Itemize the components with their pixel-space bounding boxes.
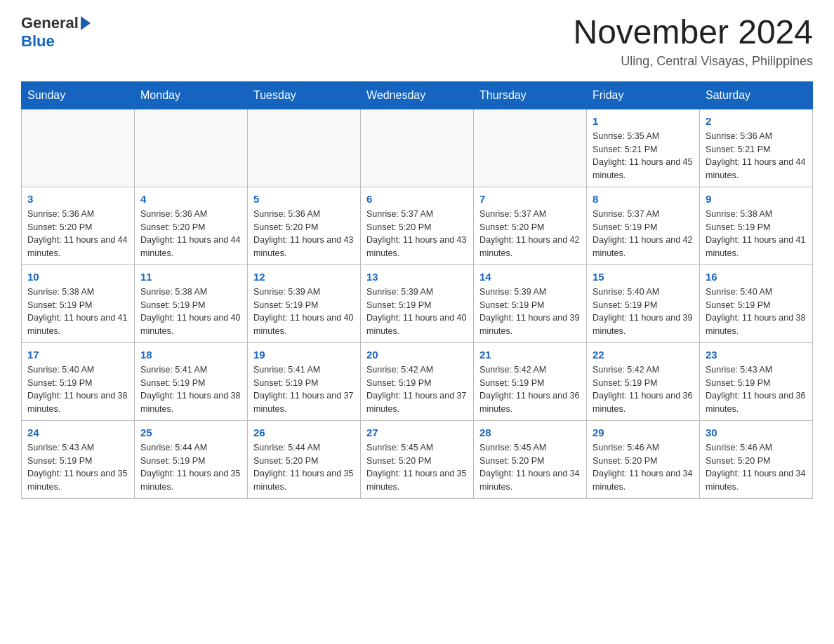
calendar-cell: 1Sunrise: 5:35 AMSunset: 5:21 PMDaylight… bbox=[587, 109, 700, 187]
calendar-header-monday: Monday bbox=[135, 81, 248, 109]
day-number: 2 bbox=[706, 115, 807, 127]
day-number: 21 bbox=[479, 349, 581, 361]
calendar-cell: 11Sunrise: 5:38 AMSunset: 5:19 PMDayligh… bbox=[135, 264, 248, 342]
calendar-cell: 15Sunrise: 5:40 AMSunset: 5:19 PMDayligh… bbox=[587, 264, 700, 342]
day-number: 24 bbox=[27, 427, 128, 438]
logo-blue-text: Blue bbox=[21, 32, 55, 51]
calendar-header-thursday: Thursday bbox=[474, 81, 587, 109]
day-info: Sunrise: 5:46 AMSunset: 5:20 PMDaylight:… bbox=[593, 441, 694, 494]
day-info: Sunrise: 5:46 AMSunset: 5:20 PMDaylight:… bbox=[706, 441, 807, 494]
day-info: Sunrise: 5:37 AMSunset: 5:20 PMDaylight:… bbox=[366, 208, 468, 260]
day-number: 12 bbox=[253, 271, 355, 283]
day-number: 28 bbox=[479, 427, 581, 438]
day-info: Sunrise: 5:39 AMSunset: 5:19 PMDaylight:… bbox=[479, 286, 581, 338]
calendar-cell: 2Sunrise: 5:36 AMSunset: 5:21 PMDaylight… bbox=[700, 109, 813, 187]
calendar-header-friday: Friday bbox=[587, 81, 700, 109]
day-info: Sunrise: 5:38 AMSunset: 5:19 PMDaylight:… bbox=[706, 208, 807, 260]
day-number: 19 bbox=[253, 349, 355, 361]
day-number: 10 bbox=[27, 271, 128, 283]
calendar-cell: 6Sunrise: 5:37 AMSunset: 5:20 PMDaylight… bbox=[361, 187, 474, 264]
calendar-cell: 20Sunrise: 5:42 AMSunset: 5:19 PMDayligh… bbox=[361, 342, 474, 420]
day-info: Sunrise: 5:36 AMSunset: 5:21 PMDaylight:… bbox=[706, 130, 807, 182]
day-info: Sunrise: 5:44 AMSunset: 5:20 PMDaylight:… bbox=[253, 441, 355, 494]
week-row-5: 24Sunrise: 5:43 AMSunset: 5:19 PMDayligh… bbox=[22, 420, 813, 498]
calendar-cell: 17Sunrise: 5:40 AMSunset: 5:19 PMDayligh… bbox=[22, 342, 135, 420]
calendar-cell bbox=[135, 109, 248, 187]
logo: General Blue bbox=[21, 14, 91, 51]
day-info: Sunrise: 5:39 AMSunset: 5:19 PMDaylight:… bbox=[253, 286, 355, 338]
day-info: Sunrise: 5:36 AMSunset: 5:20 PMDaylight:… bbox=[140, 208, 241, 260]
week-row-4: 17Sunrise: 5:40 AMSunset: 5:19 PMDayligh… bbox=[22, 342, 813, 420]
day-info: Sunrise: 5:44 AMSunset: 5:19 PMDaylight:… bbox=[140, 441, 241, 494]
day-info: Sunrise: 5:35 AMSunset: 5:21 PMDaylight:… bbox=[593, 130, 694, 182]
day-info: Sunrise: 5:41 AMSunset: 5:19 PMDaylight:… bbox=[253, 363, 355, 416]
day-number: 4 bbox=[140, 193, 241, 205]
day-number: 8 bbox=[593, 193, 694, 205]
calendar-header-wednesday: Wednesday bbox=[361, 81, 474, 109]
page-header: General Blue November 2024 Uling, Centra… bbox=[21, 14, 813, 69]
day-info: Sunrise: 5:40 AMSunset: 5:19 PMDaylight:… bbox=[593, 286, 694, 338]
calendar-cell: 14Sunrise: 5:39 AMSunset: 5:19 PMDayligh… bbox=[474, 264, 587, 342]
calendar-cell bbox=[361, 109, 474, 187]
calendar-cell: 7Sunrise: 5:37 AMSunset: 5:20 PMDaylight… bbox=[474, 187, 587, 264]
day-number: 17 bbox=[27, 349, 128, 361]
calendar-cell: 16Sunrise: 5:40 AMSunset: 5:19 PMDayligh… bbox=[700, 264, 813, 342]
location-text: Uling, Central Visayas, Philippines bbox=[573, 54, 813, 69]
day-info: Sunrise: 5:45 AMSunset: 5:20 PMDaylight:… bbox=[366, 441, 468, 494]
day-info: Sunrise: 5:40 AMSunset: 5:19 PMDaylight:… bbox=[706, 286, 807, 338]
day-number: 26 bbox=[253, 427, 355, 438]
calendar-cell: 9Sunrise: 5:38 AMSunset: 5:19 PMDaylight… bbox=[700, 187, 813, 264]
calendar-cell: 23Sunrise: 5:43 AMSunset: 5:19 PMDayligh… bbox=[700, 342, 813, 420]
calendar-cell: 19Sunrise: 5:41 AMSunset: 5:19 PMDayligh… bbox=[248, 342, 361, 420]
calendar-cell: 30Sunrise: 5:46 AMSunset: 5:20 PMDayligh… bbox=[700, 420, 813, 498]
day-info: Sunrise: 5:36 AMSunset: 5:20 PMDaylight:… bbox=[253, 208, 355, 260]
day-number: 9 bbox=[706, 193, 807, 205]
day-number: 7 bbox=[479, 193, 581, 205]
day-number: 1 bbox=[593, 115, 694, 127]
calendar-cell: 12Sunrise: 5:39 AMSunset: 5:19 PMDayligh… bbox=[248, 264, 361, 342]
week-row-1: 1Sunrise: 5:35 AMSunset: 5:21 PMDaylight… bbox=[22, 109, 813, 187]
calendar-cell: 5Sunrise: 5:36 AMSunset: 5:20 PMDaylight… bbox=[248, 187, 361, 264]
week-row-2: 3Sunrise: 5:36 AMSunset: 5:20 PMDaylight… bbox=[22, 187, 813, 264]
title-section: November 2024 Uling, Central Visayas, Ph… bbox=[573, 14, 813, 69]
month-title: November 2024 bbox=[573, 14, 813, 51]
day-number: 5 bbox=[253, 193, 355, 205]
calendar-cell: 24Sunrise: 5:43 AMSunset: 5:19 PMDayligh… bbox=[22, 420, 135, 498]
day-number: 25 bbox=[140, 427, 241, 438]
calendar-cell: 27Sunrise: 5:45 AMSunset: 5:20 PMDayligh… bbox=[361, 420, 474, 498]
calendar-cell: 25Sunrise: 5:44 AMSunset: 5:19 PMDayligh… bbox=[135, 420, 248, 498]
calendar-cell bbox=[22, 109, 135, 187]
day-info: Sunrise: 5:42 AMSunset: 5:19 PMDaylight:… bbox=[366, 363, 468, 416]
calendar-cell: 29Sunrise: 5:46 AMSunset: 5:20 PMDayligh… bbox=[587, 420, 700, 498]
week-row-3: 10Sunrise: 5:38 AMSunset: 5:19 PMDayligh… bbox=[22, 264, 813, 342]
calendar-header-row: SundayMondayTuesdayWednesdayThursdayFrid… bbox=[22, 81, 813, 109]
calendar-header-sunday: Sunday bbox=[22, 81, 135, 109]
calendar-header-saturday: Saturday bbox=[700, 81, 813, 109]
day-info: Sunrise: 5:39 AMSunset: 5:19 PMDaylight:… bbox=[366, 286, 468, 338]
day-info: Sunrise: 5:38 AMSunset: 5:19 PMDaylight:… bbox=[27, 286, 128, 338]
day-info: Sunrise: 5:43 AMSunset: 5:19 PMDaylight:… bbox=[706, 363, 807, 416]
calendar-cell: 22Sunrise: 5:42 AMSunset: 5:19 PMDayligh… bbox=[587, 342, 700, 420]
calendar-cell: 28Sunrise: 5:45 AMSunset: 5:20 PMDayligh… bbox=[474, 420, 587, 498]
day-info: Sunrise: 5:41 AMSunset: 5:19 PMDaylight:… bbox=[140, 363, 241, 416]
day-number: 13 bbox=[366, 271, 468, 283]
day-info: Sunrise: 5:40 AMSunset: 5:19 PMDaylight:… bbox=[27, 363, 128, 416]
calendar-cell: 10Sunrise: 5:38 AMSunset: 5:19 PMDayligh… bbox=[22, 264, 135, 342]
day-info: Sunrise: 5:37 AMSunset: 5:20 PMDaylight:… bbox=[479, 208, 581, 260]
day-info: Sunrise: 5:45 AMSunset: 5:20 PMDaylight:… bbox=[479, 441, 581, 494]
day-number: 23 bbox=[706, 349, 807, 361]
calendar-header-tuesday: Tuesday bbox=[248, 81, 361, 109]
day-number: 20 bbox=[366, 349, 468, 361]
day-info: Sunrise: 5:43 AMSunset: 5:19 PMDaylight:… bbox=[27, 441, 128, 494]
day-number: 14 bbox=[479, 271, 581, 283]
logo-triangle-icon bbox=[81, 16, 91, 30]
calendar-cell: 8Sunrise: 5:37 AMSunset: 5:19 PMDaylight… bbox=[587, 187, 700, 264]
calendar-cell: 13Sunrise: 5:39 AMSunset: 5:19 PMDayligh… bbox=[361, 264, 474, 342]
day-number: 29 bbox=[593, 427, 694, 438]
day-info: Sunrise: 5:36 AMSunset: 5:20 PMDaylight:… bbox=[27, 208, 128, 260]
day-info: Sunrise: 5:37 AMSunset: 5:19 PMDaylight:… bbox=[593, 208, 694, 260]
day-number: 27 bbox=[366, 427, 468, 438]
calendar-cell bbox=[248, 109, 361, 187]
calendar-cell bbox=[474, 109, 587, 187]
day-number: 11 bbox=[140, 271, 241, 283]
